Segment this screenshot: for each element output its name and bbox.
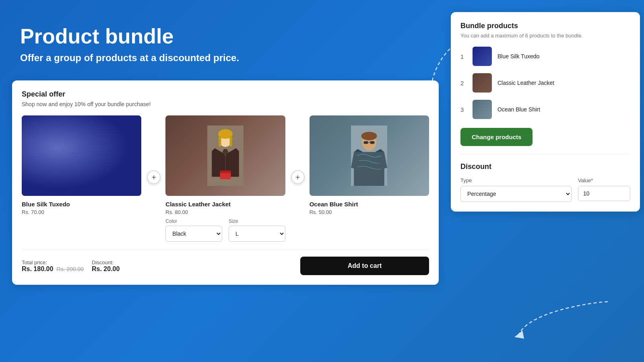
discount-label: Discount: — [92, 259, 120, 265]
size-option-group: Size S M L XL — [229, 218, 285, 242]
cart-footer: Total price: Rs. 180.00 Rs. 200.00 Disco… — [22, 250, 429, 275]
size-label: Size — [229, 218, 285, 224]
product-name-1: Blue Silk Tuxedo — [22, 201, 141, 208]
size-select[interactable]: S M L XL — [229, 226, 285, 242]
discount-value-group: Value* — [578, 177, 630, 201]
total-price-section: Total price: Rs. 180.00 Rs. 200.00 — [22, 259, 84, 273]
product-image-tuxedo — [22, 115, 141, 196]
bundle-product-name-1: Blue Silk Tuxedo — [497, 53, 539, 60]
bundle-product-row-1: 1 Blue Silk Tuxedo — [460, 47, 630, 66]
svg-rect-16 — [364, 141, 368, 144]
jacket-illustration — [207, 123, 244, 188]
svg-rect-17 — [370, 141, 375, 144]
product-name-2: Classic Leather Jacket — [165, 201, 285, 208]
total-prices: Rs. 180.00 Rs. 200.00 — [22, 265, 84, 273]
bundle-product-thumb-2 — [473, 73, 492, 93]
special-offer-subtitle: Shop now and enjoy 10% off your bundle p… — [22, 101, 429, 107]
shirt-illustration — [351, 123, 387, 188]
discount-panel-title: Discount — [460, 162, 630, 171]
bundle-product-name-2: Classic Leather Jacket — [497, 80, 554, 86]
bundle-product-name-3: Ocean Blue Shirt — [497, 106, 540, 113]
discount-value-input[interactable] — [578, 186, 630, 201]
bundle-panel-subtitle: You can add a maximum of 6 products to t… — [460, 33, 630, 39]
tuxedo-illustration — [64, 123, 100, 188]
plus-icon-1: + — [147, 171, 161, 184]
svg-point-4 — [74, 129, 89, 138]
jacket-image-bg — [165, 115, 285, 196]
color-select[interactable]: Black Brown Navy — [165, 226, 222, 242]
product-price-1: Rs. 70.00 — [22, 209, 141, 215]
total-original-price: Rs. 200.00 — [56, 266, 84, 272]
product-image-shirt — [310, 115, 429, 196]
bundle-product-row-3: 3 Ocean Blue Shirt — [460, 100, 630, 119]
products-row: Blue Silk Tuxedo Rs. 70.00 + — [22, 115, 429, 242]
thumb-tuxedo — [473, 47, 492, 66]
product-item-1: Blue Silk Tuxedo Rs. 70.00 + — [22, 115, 153, 242]
divider — [460, 154, 630, 154]
bundle-product-row-2: 2 Classic Leather Jacket — [460, 73, 630, 93]
product-name-3: Ocean Blue Shirt — [310, 201, 429, 208]
arrow-bottom-icon — [507, 294, 612, 342]
svg-marker-1 — [514, 331, 524, 339]
bundle-product-number-3: 3 — [460, 106, 467, 113]
discount-value: Rs. 20.00 — [92, 265, 120, 273]
change-products-button[interactable]: Change products — [460, 128, 533, 146]
plus-icon-2: + — [291, 171, 305, 184]
discount-section: Discount: Rs. 20.00 — [92, 259, 120, 273]
tuxedo-image-bg — [22, 115, 141, 196]
product-price-2: Rs. 80.00 — [165, 209, 285, 215]
svg-rect-12 — [220, 171, 231, 173]
bundle-panel: Bundle products You can add a maximum of… — [451, 12, 640, 212]
hero-subtitle: Offer a group of products at a discounte… — [20, 52, 239, 64]
discount-type-select[interactable]: Percentage Fixed Amount — [460, 186, 572, 202]
svg-point-15 — [361, 132, 377, 140]
discount-type-group: Type Percentage Fixed Amount — [460, 177, 572, 202]
hero-section: Product bundle Offer a group of products… — [20, 24, 239, 64]
discount-type-label: Type — [460, 177, 572, 183]
svg-point-2 — [72, 130, 91, 151]
svg-rect-8 — [219, 136, 221, 146]
total-current-price: Rs. 180.00 — [22, 265, 53, 273]
shirt-image-bg — [310, 115, 429, 196]
bundle-panel-title: Bundle products — [460, 22, 630, 30]
product-item-3: Ocean Blue Shirt Rs. 50.00 — [297, 115, 429, 242]
thumb-shirt — [473, 100, 492, 119]
svg-point-3 — [75, 131, 88, 147]
thumb-jacket — [473, 73, 492, 93]
total-label: Total price: — [22, 259, 84, 265]
svg-rect-9 — [229, 136, 232, 146]
product-item-2: Classic Leather Jacket Rs. 80.00 Color B… — [153, 115, 297, 242]
bundle-product-number-1: 1 — [460, 53, 467, 60]
storefront-card: Special offer Shop now and enjoy 10% off… — [12, 80, 439, 285]
discount-value-label: Value* — [578, 177, 630, 183]
bundle-product-thumb-1 — [473, 47, 492, 66]
product-options-2: Color Black Brown Navy Size S M L XL — [165, 218, 285, 242]
color-option-group: Color Black Brown Navy — [165, 218, 222, 242]
color-label: Color — [165, 218, 222, 224]
special-offer-title: Special offer — [22, 90, 429, 99]
product-price-3: Rs. 50.00 — [310, 209, 429, 215]
bundle-product-number-2: 2 — [460, 80, 467, 86]
add-to-cart-button[interactable]: Add to cart — [300, 257, 429, 275]
product-image-jacket — [165, 115, 285, 196]
bundle-product-thumb-3 — [473, 100, 492, 119]
discount-form-row: Type Percentage Fixed Amount Value* — [460, 177, 630, 202]
hero-title: Product bundle — [20, 24, 239, 48]
